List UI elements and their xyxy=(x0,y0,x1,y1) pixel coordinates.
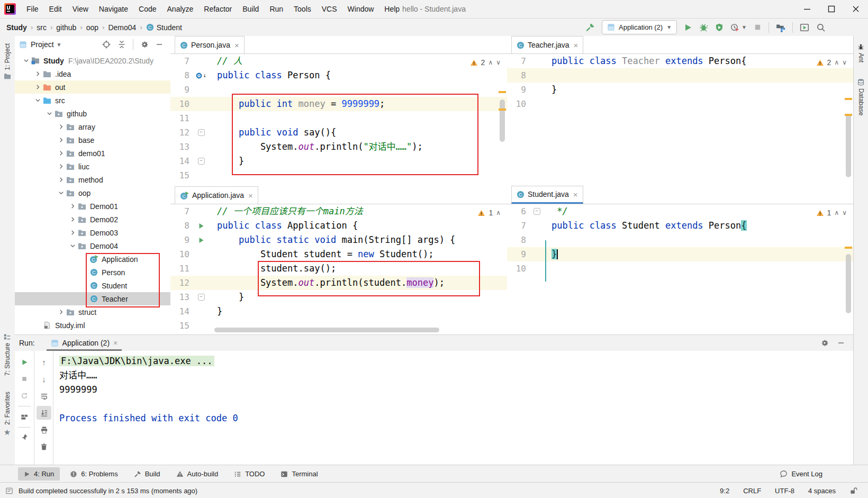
code-line-10[interactable]: 10 xyxy=(507,97,853,111)
tool-window-button-terminal[interactable]: Terminal xyxy=(275,467,323,481)
tool-window-button-auto-build[interactable]: Auto-build xyxy=(170,467,224,481)
run-tab-application[interactable]: Application (2) × xyxy=(47,336,122,351)
code-line-10[interactable]: 10 Student student = new Student(); xyxy=(170,247,507,261)
code-line-8[interactable]: 8public class Application { xyxy=(170,219,507,233)
chevron-right-icon[interactable] xyxy=(68,230,77,236)
tool-button-favorites[interactable]: 2: Favorites ★ xyxy=(0,392,14,437)
tree-item-idea[interactable]: .idea xyxy=(15,67,170,80)
code-line-9[interactable]: 9} xyxy=(507,247,853,261)
chevron-right-icon[interactable] xyxy=(56,150,66,156)
tree-item-liuc[interactable]: liuc xyxy=(15,160,170,173)
chevron-right-icon[interactable] xyxy=(56,124,66,130)
chevron-right-icon[interactable] xyxy=(56,177,66,183)
project-structure-button[interactable] xyxy=(776,23,785,32)
close-icon[interactable]: × xyxy=(574,41,578,50)
inspection-widget[interactable]: 2 ∧ ∨ xyxy=(470,58,501,67)
menu-item-file[interactable]: File xyxy=(21,5,44,13)
close-icon[interactable]: × xyxy=(573,190,578,199)
prev-warning-icon[interactable]: ∧ xyxy=(496,209,501,216)
code-line-14[interactable]: 14} xyxy=(170,304,507,319)
tree-item-out[interactable]: out xyxy=(15,80,170,94)
profiler-button[interactable]: ▼ xyxy=(730,23,747,32)
gutter-fold-icon[interactable]: − xyxy=(189,290,213,304)
menu-item-code[interactable]: Code xyxy=(133,5,161,13)
menu-item-refactor[interactable]: Refactor xyxy=(198,5,237,13)
restore-layout-button[interactable] xyxy=(15,410,34,424)
menu-item-build[interactable]: Build xyxy=(237,5,264,13)
code-line-7[interactable]: 7// 一个项目应该只有一个main方法 xyxy=(170,204,507,219)
lock-icon[interactable] xyxy=(849,487,857,495)
close-icon[interactable]: × xyxy=(248,191,253,200)
run-configuration-select[interactable]: Application (2) ▼ xyxy=(602,20,677,34)
status-widget-crlf[interactable]: CRLF xyxy=(743,487,761,495)
menu-item-navigate[interactable]: Navigate xyxy=(94,5,133,13)
code-line-8[interactable]: 8 xyxy=(507,233,853,247)
code-line-9[interactable]: 9 public static void main(String[] args)… xyxy=(170,233,507,247)
code-line-6[interactable]: 6− */ xyxy=(507,204,853,219)
code-line-9[interactable]: 9} xyxy=(507,83,853,97)
chevron-down-icon[interactable] xyxy=(21,58,31,64)
tool-button-project[interactable]: 1: Project xyxy=(0,43,14,79)
chevron-right-icon[interactable] xyxy=(56,164,66,169)
tree-item-study[interactable]: StudyF:\java\IDEA2020.2\Study xyxy=(15,54,170,67)
prev-occurrence-button[interactable]: ↑ xyxy=(34,355,53,369)
editor-teacher[interactable]: 7public class Teacher extends Person{89}… xyxy=(507,54,853,186)
collapse-all-button[interactable] xyxy=(117,40,126,49)
breadcrumb-item-github[interactable]: github xyxy=(56,23,76,32)
tool-button-database[interactable]: Database xyxy=(854,78,868,115)
gutter-fold-icon[interactable]: − xyxy=(526,204,547,219)
status-widget-4-spaces[interactable]: 4 spaces xyxy=(808,487,836,495)
maximize-button[interactable] xyxy=(819,1,844,18)
gutter-fold-icon[interactable]: − xyxy=(189,125,213,140)
prev-warning-icon[interactable]: ∧ xyxy=(834,59,839,66)
prev-warning-icon[interactable]: ∧ xyxy=(834,209,839,216)
menu-item-view[interactable]: View xyxy=(67,5,94,13)
next-warning-icon[interactable]: ∨ xyxy=(842,209,847,216)
next-warning-icon[interactable]: ∨ xyxy=(842,59,847,66)
chevron-right-icon[interactable] xyxy=(56,137,66,143)
hide-panel-button[interactable] xyxy=(156,41,163,48)
menu-item-analyze[interactable]: Analyze xyxy=(162,5,199,13)
build-hammer-icon[interactable] xyxy=(585,23,595,32)
project-panel-title[interactable]: Project xyxy=(31,40,54,49)
close-icon[interactable]: × xyxy=(113,339,117,347)
rerun-button[interactable] xyxy=(15,355,34,369)
tool-window-button-build[interactable]: Build xyxy=(128,467,166,481)
scrollbar-thumb[interactable] xyxy=(500,99,505,142)
scrollbar-thumb[interactable] xyxy=(846,254,851,313)
editor-student[interactable]: 6− */7public class Student extends Perso… xyxy=(507,204,853,334)
menu-item-help[interactable]: Help xyxy=(379,5,405,13)
run-console-output[interactable]: F:\Java\JDK\bin\java.exe ...对话中……9999999… xyxy=(59,354,849,425)
prev-warning-icon[interactable]: ∧ xyxy=(488,59,493,66)
tree-item-demo04[interactable]: Demo04 xyxy=(15,239,170,252)
code-line-8[interactable]: 8 xyxy=(507,68,853,83)
locate-file-button[interactable] xyxy=(102,40,111,49)
gutter-run-icon[interactable] xyxy=(189,233,213,247)
settings-gear-icon[interactable] xyxy=(140,40,149,49)
chevron-right-icon[interactable] xyxy=(68,216,77,222)
chevron-down-icon[interactable] xyxy=(44,111,54,116)
inspection-widget[interactable]: 1 ∧ xyxy=(477,209,501,217)
close-icon[interactable]: × xyxy=(234,41,239,50)
tree-item-demo01[interactable]: demo01 xyxy=(15,147,170,160)
gutter-fold-icon[interactable]: − xyxy=(189,154,213,168)
scrollbar-thumb[interactable] xyxy=(846,114,851,177)
tool-window-button-4-run[interactable]: 4: Run xyxy=(18,467,60,481)
tab-teacher-java[interactable]: C Teacher.java × xyxy=(511,36,583,53)
coverage-button[interactable] xyxy=(715,23,724,32)
next-occurrence-button[interactable]: ↓ xyxy=(34,372,53,386)
menu-item-window[interactable]: Window xyxy=(342,5,379,13)
menu-item-run[interactable]: Run xyxy=(264,5,288,13)
chevron-down-icon[interactable] xyxy=(68,243,77,249)
pin-tab-button[interactable] xyxy=(15,430,34,444)
tree-item-method[interactable]: method xyxy=(15,173,170,186)
search-everywhere-button[interactable] xyxy=(816,23,826,32)
tree-item-array[interactable]: array xyxy=(15,120,170,133)
chevron-right-icon[interactable] xyxy=(68,203,77,209)
tool-window-button-todo[interactable]: TODO xyxy=(228,467,270,481)
tree-item-demo03[interactable]: Demo03 xyxy=(15,226,170,239)
tree-item-oop[interactable]: oop xyxy=(15,186,170,200)
chevron-right-icon[interactable] xyxy=(33,71,42,77)
chevron-down-icon[interactable]: ▼ xyxy=(57,42,62,48)
code-line-10[interactable]: 10 xyxy=(507,261,853,276)
